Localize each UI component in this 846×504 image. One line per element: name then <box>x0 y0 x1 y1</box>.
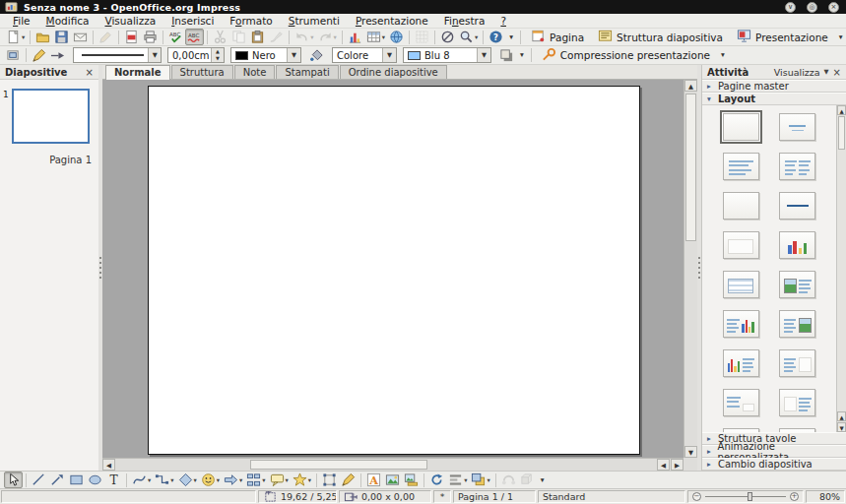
close-button[interactable]: × <box>828 2 839 13</box>
chevron-down-icon[interactable]: ▼ <box>382 48 396 62</box>
hyperlink-icon[interactable] <box>387 29 406 45</box>
fill-color-select[interactable]: Blu 8 ▼ <box>403 47 491 63</box>
tab-ordine-diapositive[interactable]: Ordine diapositive <box>340 65 447 79</box>
rotate-icon[interactable] <box>427 472 446 488</box>
section-pagine-master[interactable]: ▸ Pagine master <box>702 80 846 93</box>
navigator-icon[interactable] <box>438 29 457 45</box>
scroll-left-icon[interactable]: ◀ <box>657 459 670 471</box>
presentazione-button[interactable]: Presentazione <box>730 29 835 45</box>
layout-scroll-thumb[interactable] <box>838 116 845 150</box>
panel-splitter[interactable] <box>697 65 701 471</box>
maximize-button[interactable]: ◎ <box>807 2 817 13</box>
spellcheck-icon[interactable]: ABC <box>166 29 185 45</box>
layout-thumb-blank[interactable] <box>723 113 759 141</box>
chevron-down-icon[interactable]: ▼ <box>824 68 829 76</box>
scroll-up-icon[interactable]: ▲ <box>837 105 846 115</box>
zoom-icon[interactable]: ▾ <box>457 29 480 45</box>
status-template[interactable]: Standard <box>538 490 685 503</box>
arrow-style-icon[interactable] <box>48 47 67 64</box>
section-cambio-diapositiva[interactable]: ▸ Cambio diapositiva <box>702 458 846 471</box>
slide-thumbnail[interactable] <box>12 89 90 144</box>
menu-inserisci[interactable]: Inserisci <box>163 15 222 27</box>
section-animazione-personalizzata[interactable]: ▸ Animazione personalizzata <box>702 445 846 458</box>
slide-canvas[interactable] <box>148 86 640 455</box>
layout-thumb-title-text-over-empty[interactable] <box>723 389 759 416</box>
fill-style-icon[interactable] <box>307 47 326 64</box>
toolbar-overflow-icon[interactable]: ▾ <box>721 50 725 59</box>
edit-points-tool[interactable] <box>320 472 339 488</box>
layout-thumb-title-empty-text-col[interactable] <box>779 428 815 432</box>
save-icon[interactable] <box>52 29 71 45</box>
new-document-icon[interactable]: ▾ <box>4 29 27 45</box>
zoom-slider-thumb[interactable] <box>748 492 752 501</box>
layout-thumb-title-empty-text[interactable] <box>779 389 815 416</box>
status-zoom-value[interactable]: 80% <box>806 490 845 503</box>
scroll-down-icon[interactable]: ▼ <box>837 422 846 432</box>
auto-spellcheck-icon[interactable]: ABC <box>185 29 204 45</box>
scroll-up-icon[interactable]: ▲ <box>837 411 846 421</box>
display-grid-icon[interactable] <box>413 29 431 45</box>
layout-thumb-title-only[interactable] <box>723 192 759 220</box>
toolbar-overflow-icon[interactable]: ▾ <box>541 475 545 484</box>
menu-presentazione[interactable]: Presentazione <box>348 15 436 27</box>
menu-?[interactable]: ? <box>492 15 514 27</box>
email-icon[interactable] <box>71 29 90 45</box>
layout-thumb-title-table[interactable] <box>723 271 759 298</box>
scroll-up-icon[interactable]: ▲ <box>684 80 697 92</box>
select-tool[interactable] <box>4 472 23 488</box>
tab-note[interactable]: Note <box>234 65 276 79</box>
layout-scrollbar[interactable]: ▲ ▲ ▼ <box>836 105 846 432</box>
section-layout[interactable]: ▾ Layout <box>702 93 846 105</box>
tab-stampati[interactable]: Stampati <box>276 65 338 79</box>
redo-icon[interactable]: ▾ <box>316 29 339 45</box>
chevron-down-icon[interactable]: ▼ <box>287 48 300 62</box>
vertical-scrollbar[interactable]: ▲ ▼ <box>683 80 697 458</box>
paste-icon[interactable] <box>248 29 267 45</box>
block-arrows-tool[interactable]: ▾ <box>222 472 244 488</box>
layout-thumb-title-chart-text[interactable] <box>723 349 759 377</box>
flowchart-tool[interactable]: ▾ <box>244 472 267 488</box>
layout-thumb-title-img-text[interactable] <box>779 271 815 298</box>
toolbar-overflow-icon[interactable]: ▾ <box>520 50 524 59</box>
layout-thumb-center-line[interactable] <box>779 192 815 220</box>
layout-thumb-title-bullets[interactable] <box>723 153 759 180</box>
copy-icon[interactable] <box>229 29 248 45</box>
view-menu-button[interactable]: Visualizza <box>774 67 820 78</box>
line-style-select[interactable]: ▼ <box>73 47 162 63</box>
gallery-icon[interactable] <box>402 472 421 488</box>
insert-table-icon[interactable]: ▾ <box>364 29 387 45</box>
struttura-diapositiva-button[interactable]: Struttura diapositiva <box>591 29 730 45</box>
stars-tool[interactable]: ▾ <box>291 472 313 488</box>
toolbar-overflow-icon[interactable]: ▾ <box>839 32 843 41</box>
ellipse-tool[interactable] <box>86 472 104 488</box>
extrusion-icon[interactable] <box>518 472 537 488</box>
menu-finestra[interactable]: Finestra <box>436 15 493 27</box>
rectangle-tool[interactable] <box>67 472 86 488</box>
zoom-in-icon[interactable]: + <box>790 492 799 501</box>
layout-thumb-title-empty[interactable] <box>723 231 759 259</box>
horizontal-scrollbar[interactable]: ◀ ◀ ▶ <box>102 458 683 471</box>
zoom-track[interactable] <box>705 496 786 497</box>
close-icon[interactable]: × <box>833 67 841 78</box>
zoom-out-icon[interactable]: − <box>692 492 701 501</box>
interaction-icon[interactable] <box>499 472 518 488</box>
horizontal-scroll-thumb[interactable] <box>250 460 427 470</box>
status-zoom-slider[interactable]: − + <box>687 490 804 503</box>
undo-icon[interactable]: ▾ <box>293 29 315 45</box>
close-icon[interactable]: × <box>86 67 94 78</box>
alignment-icon[interactable]: ▾ <box>446 472 469 488</box>
toolbar-overflow-icon[interactable]: ▾ <box>509 32 513 41</box>
line-color-select[interactable]: Nero ▼ <box>230 47 301 63</box>
connector-tool[interactable]: ▾ <box>153 472 175 488</box>
chevron-down-icon[interactable]: ▼ <box>148 48 161 62</box>
print-icon[interactable] <box>141 29 160 45</box>
callouts-tool[interactable]: ▾ <box>268 472 291 488</box>
menu-strumenti[interactable]: Strumenti <box>281 15 348 27</box>
scroll-down-icon[interactable]: ▼ <box>684 446 697 458</box>
layout-thumb-title-chart[interactable] <box>779 231 815 259</box>
fontwork-icon[interactable]: A <box>364 472 383 488</box>
presentation-styles-icon[interactable] <box>4 47 23 64</box>
minimize-button[interactable]: ∨ <box>785 2 796 13</box>
symbol-shapes-tool[interactable]: ▾ <box>199 472 222 488</box>
scroll-right-icon[interactable]: ▶ <box>671 459 683 471</box>
